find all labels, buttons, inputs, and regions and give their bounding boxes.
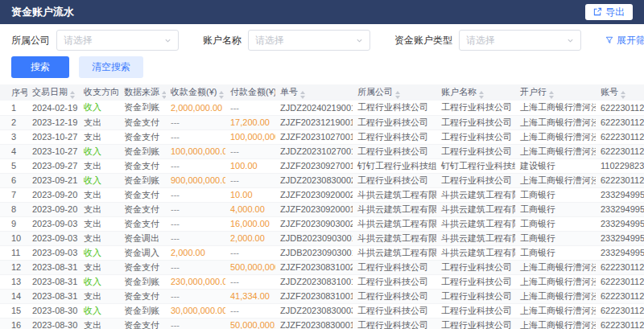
- cell-account_no: 2332949955667788: [596, 202, 644, 216]
- cell-receipt: ---: [166, 216, 225, 231]
- column-header-date[interactable]: 交易日期: [27, 84, 79, 101]
- column-label: 收支方向: [84, 87, 119, 97]
- column-label: 所属公司: [357, 87, 393, 97]
- table-row: 22023-12-19支出资金支付---17,200.00ZJZF2023121…: [0, 115, 644, 130]
- cell-receipt: ---: [166, 260, 225, 274]
- cell-account_name: 斗拱云建筑工程有限公司: [436, 216, 515, 231]
- column-label: 收款金额(¥): [171, 87, 217, 97]
- column-header-direction[interactable]: 收支方向: [79, 84, 119, 101]
- expand-filter-label: 展开筛选: [617, 34, 644, 47]
- column-label: 序号: [11, 88, 27, 97]
- table-row: 32023-10-27支出资金支付---100,000,000.00ZJZF20…: [0, 130, 644, 144]
- cell-company: 斗拱云建筑工程有限公司: [353, 216, 436, 231]
- cell-date: 2023-08-31: [27, 274, 79, 289]
- cell-date: 2023-09-03: [27, 231, 79, 245]
- filter-bar: 所属公司 请选择 账户名称 请选择 资金账户类型 请选择: [0, 24, 644, 53]
- filter-company-select[interactable]: 请选择: [56, 30, 179, 51]
- cell-payment: ---: [225, 303, 275, 318]
- column-header-bank[interactable]: 开户行: [515, 84, 596, 101]
- cell-bank: 上海工商银行漕河泾支行: [515, 260, 596, 274]
- table-row: 152023-08-30收入资金到账30,000,000.00---ZJDZ20…: [0, 303, 644, 318]
- cell-direction: 支出: [79, 130, 119, 144]
- column-header-source[interactable]: 数据来源: [119, 84, 166, 101]
- cell-account_no: 6222301122334455: [596, 260, 644, 274]
- cell-direction: 收入: [79, 144, 119, 158]
- cell-bank: 工商银行: [515, 187, 596, 202]
- cell-date: 2023-09-21: [27, 173, 79, 187]
- cell-no: 7: [0, 187, 27, 202]
- filter-company-placeholder: 请选择: [64, 34, 93, 47]
- filter-account-name-select[interactable]: 请选择: [248, 30, 370, 51]
- cell-account_no: 6222301122334455: [596, 173, 644, 187]
- chevron-down-icon: [567, 37, 574, 44]
- cell-no: 2: [0, 115, 27, 130]
- cell-bank: 上海工商银行漕河泾支行: [515, 101, 596, 115]
- cell-order_no: ZJZF20230903002: [275, 216, 353, 231]
- column-header-company[interactable]: 所属公司: [353, 84, 436, 101]
- cell-account_name: 斗拱云建筑工程有限公司: [436, 187, 515, 202]
- cell-receipt: ---: [166, 158, 225, 173]
- export-button-label: 导出: [605, 6, 625, 18]
- column-header-order_no[interactable]: 单号: [275, 84, 353, 101]
- cell-source: 资金支付: [119, 158, 166, 173]
- cell-direction: 支出: [79, 216, 119, 231]
- cell-date: 2023-10-27: [27, 130, 79, 144]
- cell-order_no: ZJDZ20240219001: [275, 101, 353, 115]
- expand-filter-link[interactable]: 展开筛选: [605, 34, 644, 47]
- sort-icon: [479, 91, 484, 99]
- cell-source: 资金到账: [119, 303, 166, 318]
- cell-order_no: ZJDB20230903001: [275, 245, 353, 260]
- cell-date: 2023-12-19: [27, 115, 79, 130]
- column-header-receipt[interactable]: 收款金额(¥): [166, 84, 225, 101]
- cell-bank: 建设银行: [515, 158, 596, 173]
- cell-payment: 500,000,000.00: [225, 260, 275, 274]
- cell-payment: ---: [225, 173, 275, 187]
- cell-receipt: ---: [166, 231, 225, 245]
- export-button[interactable]: 导出: [585, 4, 633, 20]
- filter-account-type-select[interactable]: 请选择: [459, 30, 581, 51]
- cell-direction: 收入: [79, 101, 119, 115]
- column-header-account_name[interactable]: 账户名称: [436, 84, 515, 101]
- filter-actions: 搜索 清空搜索: [0, 53, 644, 84]
- cell-no: 1: [0, 101, 27, 115]
- cell-date: 2023-08-30: [27, 318, 79, 329]
- cell-date: 2023-09-03: [27, 216, 79, 231]
- cell-direction: 支出: [79, 318, 119, 329]
- cell-payment: 50,000,000.00: [225, 318, 275, 329]
- cell-direction: 支出: [79, 202, 119, 216]
- cell-no: 4: [0, 144, 27, 158]
- cell-order_no: ZJZF20230927001: [275, 158, 353, 173]
- cell-no: 9: [0, 216, 27, 231]
- cell-direction: 收入: [79, 303, 119, 318]
- cell-company: 工程行业科技公司: [353, 173, 436, 187]
- clear-search-button[interactable]: 清空搜索: [79, 56, 143, 78]
- search-button[interactable]: 搜索: [11, 56, 69, 78]
- column-header-no: 序号: [0, 84, 27, 101]
- column-header-payment[interactable]: 付款金额(¥): [225, 84, 275, 101]
- table-row: 122023-08-31支出资金支付---500,000,000.00ZJZF2…: [0, 260, 644, 274]
- cell-receipt: ---: [166, 130, 225, 144]
- cell-receipt: 900,000,000.00: [166, 173, 225, 187]
- cell-company: 钉钉工程行业科技组: [353, 158, 436, 173]
- cell-account_no: 6222301122334455: [596, 274, 644, 289]
- cell-date: 2024-02-19: [27, 101, 79, 115]
- cell-no: 10: [0, 231, 27, 245]
- cell-account_name: 工程行业科技公司: [436, 115, 515, 130]
- cell-direction: 支出: [79, 187, 119, 202]
- filter-account-type: 资金账户类型 请选择: [394, 30, 581, 51]
- cell-account_name: 工程行业科技公司: [436, 303, 515, 318]
- cell-source: 资金支付: [119, 260, 166, 274]
- cell-order_no: ZJDZ20230830002: [275, 173, 353, 187]
- cell-payment: 2,000.00: [225, 231, 275, 245]
- cell-account_name: 工程行业科技公司: [436, 130, 515, 144]
- column-header-account_no[interactable]: 账号: [596, 84, 644, 101]
- cell-date: 2023-09-27: [27, 158, 79, 173]
- column-label: 账户名称: [441, 87, 477, 97]
- column-label: 账号: [601, 87, 618, 97]
- cell-receipt: 30,000,000.00: [166, 303, 225, 318]
- cell-order_no: ZJZF20230920002: [275, 187, 353, 202]
- cell-no: 8: [0, 202, 27, 216]
- cell-account_name: 工程行业科技公司: [436, 274, 515, 289]
- cell-company: 工程行业科技公司: [353, 144, 436, 158]
- filter-account-name: 账户名称 请选择: [203, 30, 370, 51]
